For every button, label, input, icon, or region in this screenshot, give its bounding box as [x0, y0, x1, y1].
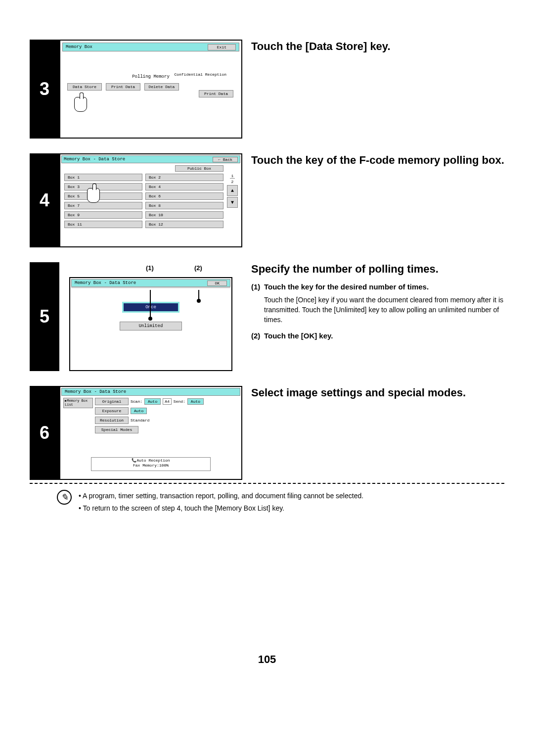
resolution-button[interactable]: Resolution	[95, 417, 129, 424]
screen-4: Memory Box - Data Store ← Back Public Bo…	[59, 153, 242, 247]
page-widget: 1 2 ▲ ▼	[226, 174, 238, 208]
lead-dot-icon	[148, 317, 152, 321]
callout-1: (1)	[146, 264, 154, 272]
page-down-button[interactable]: ▼	[227, 197, 238, 208]
exposure-button[interactable]: Exposure	[95, 407, 129, 415]
unlimited-button[interactable]: Unlimited	[120, 322, 182, 331]
memory-box-list-button[interactable]: ▶Memory Box List	[63, 398, 93, 408]
original-button[interactable]: Original	[95, 398, 129, 405]
lead-dot-icon	[197, 299, 201, 303]
sub-step-lead: Touch the [OK] key.	[264, 331, 333, 340]
scan-label: Scan:	[131, 399, 142, 404]
exposure-auto-button[interactable]: Auto	[131, 408, 147, 414]
step-heading: Specify the number of polling times.	[251, 262, 504, 277]
screen-6: Memory Box - Data Store ▶Memory Box List…	[59, 386, 242, 480]
ok-button[interactable]: OK	[207, 281, 227, 286]
title-text: Memory Box - Data Store	[65, 389, 126, 394]
hand-cursor-icon	[87, 188, 100, 204]
status-footer: 📞Auto Reception Fax Memory:100%	[91, 457, 211, 471]
step-heading: Touch the key of the F-code memory polli…	[251, 153, 504, 168]
send-auto-button[interactable]: Auto	[187, 398, 204, 405]
delete-data-button[interactable]: Delete Data	[144, 83, 179, 91]
title-text: Memory Box - Data Store	[75, 281, 136, 285]
a4-indicator: A4	[163, 398, 172, 405]
title-text: Memory Box - Data Store	[64, 157, 125, 162]
sub-step-number: (1)	[251, 283, 264, 291]
print-data-button-2[interactable]: Print Data	[199, 90, 233, 97]
special-modes-button[interactable]: Special Modes	[95, 426, 138, 433]
auto-reception-label: Auto Reception	[136, 458, 170, 463]
callout-2: (2)	[194, 264, 202, 272]
exit-button[interactable]: Exit	[208, 44, 236, 50]
step-4: 4 Memory Box - Data Store ← Back Public …	[30, 153, 504, 247]
sub-step-lead: Touch the key for the desired number of …	[264, 283, 429, 291]
data-store-button[interactable]: Data Store	[67, 83, 102, 91]
callouts: (1) (2)	[69, 262, 232, 277]
pencil-icon: ✎	[57, 490, 72, 505]
title-text: Memory Box	[66, 45, 92, 49]
box-button[interactable]: Box 4	[145, 183, 223, 190]
box-button[interactable]: Box 5	[64, 192, 142, 200]
page-total: 2	[231, 180, 234, 184]
box-button[interactable]: Box 10	[145, 211, 223, 219]
public-box-button[interactable]: Public Box	[175, 165, 223, 172]
dashed-divider	[30, 483, 504, 484]
resolution-value: Standard	[131, 418, 149, 423]
box-button[interactable]: Box 8	[145, 202, 223, 209]
box-button[interactable]: Box 7	[64, 202, 142, 209]
box-button[interactable]: Box 11	[64, 221, 142, 228]
print-data-button[interactable]: Print Data	[106, 83, 140, 91]
sub-step-number: (2)	[251, 331, 264, 340]
screen-5: (1) (2) Memory Box - Data Store OK Once	[59, 262, 242, 371]
lcd-panel: Memory Box - Data Store ← Back Public Bo…	[59, 153, 242, 247]
confidential-label: Confidential Reception	[174, 72, 226, 77]
note-line: • To return to the screen of step 4, tou…	[79, 502, 363, 515]
note-row: ✎ • A program, timer setting, transactio…	[30, 490, 504, 515]
step-6: 6 Memory Box - Data Store ▶Memory Box Li…	[30, 386, 504, 480]
title-bar: Memory Box - Data Store	[61, 388, 240, 396]
step-number: 3	[30, 40, 59, 139]
page: 3 Memory Box Exit Polling Memory Confide…	[0, 0, 534, 686]
sub-step-body: Touch the [Once] key if you want the doc…	[251, 295, 504, 325]
fax-memory-label: Fax Memory:100%	[91, 463, 210, 468]
step-number: 4	[30, 153, 59, 247]
step-heading: Touch the [Data Store] key.	[251, 40, 504, 54]
title-bar: Memory Box Exit	[62, 43, 239, 51]
lcd-panel: Memory Box - Data Store OK Once Unlimite…	[69, 277, 232, 371]
box-button[interactable]: Box 1	[64, 174, 142, 181]
box-button[interactable]: Box 12	[145, 221, 223, 228]
title-bar: Memory Box - Data Store ← Back	[61, 155, 240, 163]
step-5: 5 (1) (2) Memory Box - Data Store OK	[30, 262, 504, 371]
page-current: 1	[230, 174, 235, 179]
title-bar: Memory Box - Data Store OK	[71, 279, 230, 287]
lead-line-icon	[150, 290, 151, 319]
step-heading: Select image settings and special modes.	[251, 386, 504, 400]
screen-3: Memory Box Exit Polling Memory Confident…	[59, 40, 242, 139]
box-button[interactable]: Box 3	[64, 183, 142, 190]
lcd-panel: Memory Box - Data Store ▶Memory Box List…	[59, 386, 242, 480]
scan-auto-button[interactable]: Auto	[144, 398, 161, 405]
hand-cursor-icon	[74, 97, 87, 116]
page-number: 105	[30, 653, 504, 666]
box-button[interactable]: Box 9	[64, 211, 142, 219]
lcd-panel: Memory Box Exit Polling Memory Confident…	[59, 40, 242, 139]
button-row: Data Store Print Data Delete Data	[62, 83, 239, 91]
back-button[interactable]: ← Back	[213, 157, 238, 162]
step-3: 3 Memory Box Exit Polling Memory Confide…	[30, 40, 504, 139]
page-up-button[interactable]: ▲	[227, 185, 238, 196]
step-number: 5	[30, 262, 59, 371]
note-line: • A program, timer setting, transaction …	[79, 490, 363, 502]
box-button[interactable]: Box 6	[145, 192, 223, 200]
step-number: 6	[30, 386, 59, 480]
send-label: Send:	[174, 399, 185, 404]
box-button[interactable]: Box 2	[145, 174, 223, 181]
